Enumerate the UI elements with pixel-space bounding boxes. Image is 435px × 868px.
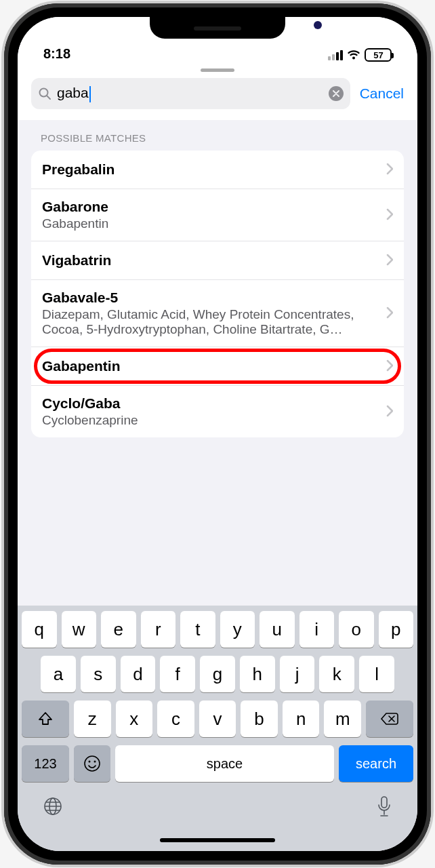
key-e[interactable]: e [101, 611, 136, 648]
chevron-right-icon [386, 304, 393, 323]
sheet-grabber[interactable] [18, 66, 417, 75]
key-y[interactable]: y [220, 611, 255, 648]
keyboard-row-3: zxcvbnm [22, 701, 413, 737]
keyboard-row-1: qwertyuiop [22, 611, 413, 648]
key-n[interactable]: n [283, 701, 320, 737]
svg-rect-8 [381, 797, 387, 808]
text-cursor [89, 86, 91, 102]
keyboard-row-bottom: 123 space search [22, 745, 413, 782]
result-subtitle: Gabapentin [42, 216, 386, 231]
chevron-right-icon [386, 402, 393, 421]
result-item[interactable]: Cyclo/GabaCyclobenzaprine [31, 385, 404, 437]
chevron-right-icon [386, 251, 393, 270]
result-item[interactable]: Vigabatrin [31, 241, 404, 279]
keyboard: qwertyuiop asdfghjkl zxcvbnm 123 space s… [18, 606, 417, 829]
status-indicators: 57 [328, 48, 392, 62]
space-key[interactable]: space [115, 745, 334, 782]
result-title: Pregabalin [42, 161, 386, 178]
key-q[interactable]: q [22, 611, 57, 648]
phone-frame: 8:18 57 gaba Canc [4, 3, 431, 865]
chevron-right-icon [386, 205, 393, 224]
key-a[interactable]: a [41, 656, 76, 692]
home-indicator[interactable] [18, 829, 417, 851]
dictation-icon[interactable] [375, 795, 393, 821]
key-h[interactable]: h [240, 656, 275, 692]
key-x[interactable]: x [116, 701, 153, 737]
key-p[interactable]: p [379, 611, 414, 648]
key-f[interactable]: f [160, 656, 195, 692]
svg-line-1 [47, 96, 50, 99]
notch [150, 17, 285, 39]
result-title: Gabarone [42, 199, 386, 215]
emoji-key[interactable] [74, 745, 110, 782]
key-d[interactable]: d [121, 656, 156, 692]
cellular-signal-icon [328, 50, 343, 60]
key-t[interactable]: t [180, 611, 215, 648]
result-item[interactable]: Gabavale-5Diazepam, Glutamic Acid, Whey … [31, 279, 404, 347]
result-item[interactable]: Gabapentin [31, 347, 404, 385]
shift-key[interactable] [22, 701, 69, 737]
search-input[interactable]: gaba [31, 78, 350, 109]
result-title: Vigabatrin [42, 252, 386, 269]
backspace-key[interactable] [366, 701, 413, 737]
results-area: POSSIBLE MATCHES PregabalinGabaroneGabap… [18, 120, 417, 606]
screen: 8:18 57 gaba Canc [18, 17, 417, 851]
key-b[interactable]: b [241, 701, 278, 737]
section-header: POSSIBLE MATCHES [31, 120, 404, 151]
search-row: gaba Cancel [18, 75, 417, 120]
keyboard-row-2: asdfghjkl [22, 656, 413, 692]
clear-search-button[interactable] [329, 86, 344, 101]
result-item[interactable]: Pregabalin [31, 151, 404, 189]
key-c[interactable]: c [157, 701, 194, 737]
cancel-button[interactable]: Cancel [360, 85, 404, 102]
key-k[interactable]: k [319, 656, 354, 692]
key-o[interactable]: o [339, 611, 374, 648]
numbers-key[interactable]: 123 [22, 745, 69, 782]
result-item[interactable]: GabaroneGabapentin [31, 189, 404, 241]
wifi-icon [347, 50, 360, 60]
key-w[interactable]: w [62, 611, 97, 648]
result-title: Cyclo/Gaba [42, 395, 386, 412]
globe-icon[interactable] [42, 795, 64, 821]
key-m[interactable]: m [324, 701, 361, 737]
result-title: Gabavale-5 [42, 290, 386, 306]
results-list: PregabalinGabaroneGabapentinVigabatrinGa… [31, 151, 404, 437]
result-subtitle: Diazepam, Glutamic Acid, Whey Protein Co… [42, 307, 386, 337]
svg-point-3 [89, 761, 91, 763]
key-s[interactable]: s [81, 656, 116, 692]
search-icon [38, 87, 51, 100]
key-v[interactable]: v [199, 701, 236, 737]
key-u[interactable]: u [260, 611, 295, 648]
status-time: 8:18 [43, 46, 70, 62]
key-r[interactable]: r [141, 611, 176, 648]
key-z[interactable]: z [74, 701, 111, 737]
result-title: Gabapentin [42, 358, 386, 374]
search-key[interactable]: search [339, 745, 413, 782]
svg-point-4 [94, 761, 96, 763]
key-i[interactable]: i [299, 611, 335, 648]
key-g[interactable]: g [200, 656, 235, 692]
keyboard-footer [22, 790, 413, 824]
search-value: gaba [57, 85, 323, 102]
key-j[interactable]: j [280, 656, 315, 692]
chevron-right-icon [386, 357, 393, 376]
svg-point-2 [85, 756, 100, 771]
chevron-right-icon [386, 160, 393, 179]
key-l[interactable]: l [359, 656, 394, 692]
battery-indicator: 57 [365, 48, 392, 62]
result-subtitle: Cyclobenzaprine [42, 413, 386, 428]
